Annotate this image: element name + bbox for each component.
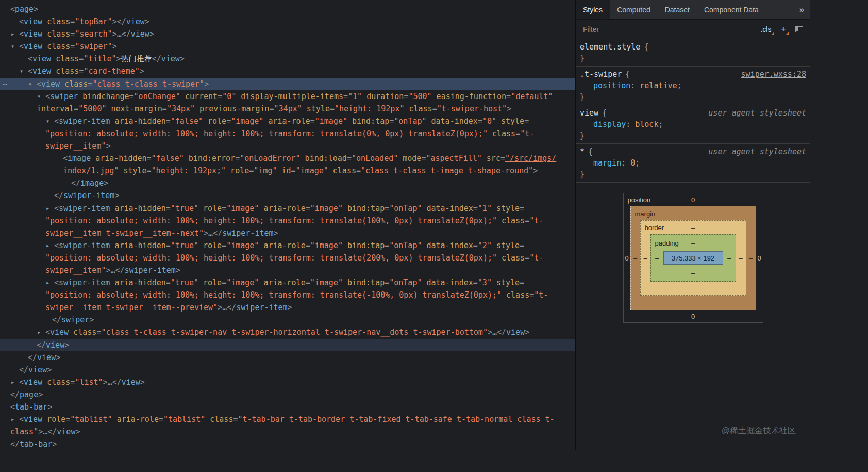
expand-arrow-icon[interactable]: ▸ xyxy=(11,413,14,426)
collapse-arrow-icon[interactable]: ▾ xyxy=(46,115,49,127)
tree-row[interactable]: </swiper> xyxy=(0,314,575,326)
expand-arrow-icon[interactable]: ▸ xyxy=(11,28,14,40)
code-token: = xyxy=(147,166,152,175)
expand-arrow-icon[interactable]: ▸ xyxy=(46,239,49,252)
code-token: "t- xyxy=(529,216,543,225)
code-token: > xyxy=(103,378,108,387)
code-token: > xyxy=(104,178,108,188)
box-model-margin[interactable]: margin – – border – – xyxy=(630,206,756,310)
toggle-sidebar-icon[interactable] xyxy=(795,26,803,32)
rule-selector[interactable]: view xyxy=(580,107,598,119)
expand-arrow-icon[interactable]: ▸ xyxy=(46,276,49,289)
elements-panel: <page><view class="topBar"></view>▸<view… xyxy=(0,0,575,472)
tree-row[interactable]: </view> xyxy=(0,364,575,376)
styles-filter-input[interactable]: Filter xyxy=(583,25,751,34)
code-token: view xyxy=(24,17,42,26)
collapse-arrow-icon[interactable]: ▾ xyxy=(11,40,14,53)
tab-component-data[interactable]: Component Data xyxy=(697,0,766,19)
property-value[interactable]: block xyxy=(635,120,658,129)
element-classes-button[interactable]: .cls xyxy=(760,25,771,34)
tree-row[interactable]: </swiper-item> xyxy=(0,189,575,202)
tree-row[interactable]: ▸<view role="tablist" aria-role="tablist… xyxy=(0,413,575,426)
row-menu-icon[interactable]: ⋯ xyxy=(3,78,7,90)
tree-row[interactable]: </page> xyxy=(0,388,575,401)
tree-row[interactable]: ▸<view class="search">…</view> xyxy=(0,28,575,40)
tree-row[interactable]: </view> xyxy=(0,351,575,364)
collapse-arrow-icon[interactable]: ▾ xyxy=(37,90,41,103)
code-token: mode xyxy=(398,154,421,163)
tree-row[interactable]: swiper__item t-swiper__item--preview">…<… xyxy=(0,301,575,314)
code-token: aria-role xyxy=(112,415,159,424)
tree-row[interactable]: "position: absolute; width: 100%; height… xyxy=(0,252,575,264)
code-token: > xyxy=(75,427,80,436)
tree-row[interactable]: </image> xyxy=(0,177,575,189)
tab-computed[interactable]: Computed xyxy=(610,0,658,19)
tree-row[interactable]: swiper__item">…</swiper-item> xyxy=(0,264,575,276)
tab-styles[interactable]: Styles xyxy=(576,0,610,19)
stylesheet-origin-label: user agent stylesheet xyxy=(708,146,806,157)
resource-link-src[interactable]: "/src/imgs/ xyxy=(505,154,556,163)
tree-row[interactable]: index/1.jpg" style="height: 192px;" role… xyxy=(0,165,575,177)
tree-row[interactable]: </view> xyxy=(0,339,575,351)
tree-row[interactable]: <page> xyxy=(0,3,575,15)
tree-row[interactable]: ▸<swiper-item aria-hidden="true" role="i… xyxy=(0,276,575,289)
code-token: </ xyxy=(71,178,80,188)
code-token: view xyxy=(24,29,42,39)
tree-row[interactable]: "position: absolute; width: 100%; height… xyxy=(0,215,575,227)
code-token: = xyxy=(166,204,171,213)
box-model-content[interactable]: 375.333 × 192 xyxy=(663,251,723,265)
code-token: swiper xyxy=(61,315,89,324)
tree-row[interactable]: ⋯▾<view class="class t-class t-swiper"> xyxy=(0,78,575,90)
more-tabs-icon[interactable]: » xyxy=(793,0,810,19)
tree-row[interactable]: ▾<swiper-item aria-hidden="false" role="… xyxy=(0,115,575,127)
tree-row[interactable]: "position: absolute; width: 100%; height… xyxy=(0,289,575,301)
collapse-arrow-icon[interactable]: ▾ xyxy=(28,78,32,90)
code-token: data-index xyxy=(422,204,473,213)
tree-row[interactable]: ▸<swiper-item aria-hidden="true" role="i… xyxy=(0,239,575,252)
dom-tree: <page><view class="topBar"></view>▸<view… xyxy=(0,3,575,450)
tree-row[interactable]: </tab-bar> xyxy=(0,438,575,450)
code-token: swiper__item t-swiper__item--next" xyxy=(45,229,204,238)
tab-dataset[interactable]: Dataset xyxy=(658,0,697,19)
rule-selector[interactable]: * xyxy=(580,146,585,157)
property-name[interactable]: margin xyxy=(593,158,621,168)
resource-link-src[interactable]: index/1.jpg" xyxy=(63,166,119,175)
box-model-border[interactable]: border – – padding – xyxy=(640,220,746,296)
code-token: "0" xyxy=(482,117,496,126)
tree-row[interactable]: swiper__item t-swiper__item--next">…</sw… xyxy=(0,227,575,239)
tree-row[interactable]: interval="5000" next-margin="34px" previ… xyxy=(0,103,575,115)
tree-row[interactable]: ▸<view class="list">…</view> xyxy=(0,376,575,388)
tree-row[interactable]: <view class="topBar"></view> xyxy=(0,15,575,28)
new-style-rule-button[interactable]: + xyxy=(780,26,786,33)
property-value[interactable]: 0 xyxy=(630,158,635,168)
expand-arrow-icon[interactable]: ▸ xyxy=(46,202,49,215)
property-name[interactable]: display xyxy=(593,120,626,129)
tree-row[interactable]: class">…</view> xyxy=(0,426,575,438)
tree-row[interactable]: swiper__item"> xyxy=(0,140,575,152)
tree-row[interactable]: <tab-bar> xyxy=(0,401,575,413)
property-name[interactable]: position xyxy=(593,81,630,90)
tree-row[interactable]: <view class="title">热门推荐</view> xyxy=(0,53,575,65)
tree-row[interactable]: ▾<view class="card-theme"> xyxy=(0,65,575,77)
tree-row[interactable]: ▸<view class="class t-class t-swiper-nav… xyxy=(0,326,575,338)
box-model-padding[interactable]: padding – – 375.333 × 192 xyxy=(650,234,736,282)
code-token: < xyxy=(45,328,50,337)
tree-row[interactable]: <image aria-hidden="false" bind:error="o… xyxy=(0,152,575,165)
property-value[interactable]: relative xyxy=(640,81,677,90)
code-token: = xyxy=(347,154,352,163)
css-property[interactable]: position: relative; xyxy=(580,80,806,91)
box-model-position[interactable]: position 0 0 margin – – xyxy=(624,193,763,322)
tree-row[interactable]: ▾<view class="swiper"> xyxy=(0,40,575,53)
collapse-arrow-icon[interactable]: ▾ xyxy=(20,65,23,77)
css-property[interactable]: display: block; xyxy=(580,119,806,130)
css-property[interactable]: margin: 0; xyxy=(580,157,806,169)
expand-arrow-icon[interactable]: ▸ xyxy=(11,376,14,388)
tree-row[interactable]: ▾<swiper bindchange="onChange" current="… xyxy=(0,90,575,103)
stylesheet-source-link[interactable]: swiper.wxss:28 xyxy=(741,69,806,80)
rule-selector[interactable]: .t-swiper xyxy=(580,69,622,80)
rule-selector[interactable]: element.style xyxy=(580,41,640,53)
expand-arrow-icon[interactable]: ▸ xyxy=(37,326,41,338)
tree-row[interactable]: "position: absolute; width: 100%; height… xyxy=(0,127,575,140)
tree-row[interactable]: ▸<swiper-item aria-hidden="true" role="i… xyxy=(0,202,575,215)
code-token: > xyxy=(525,328,529,337)
